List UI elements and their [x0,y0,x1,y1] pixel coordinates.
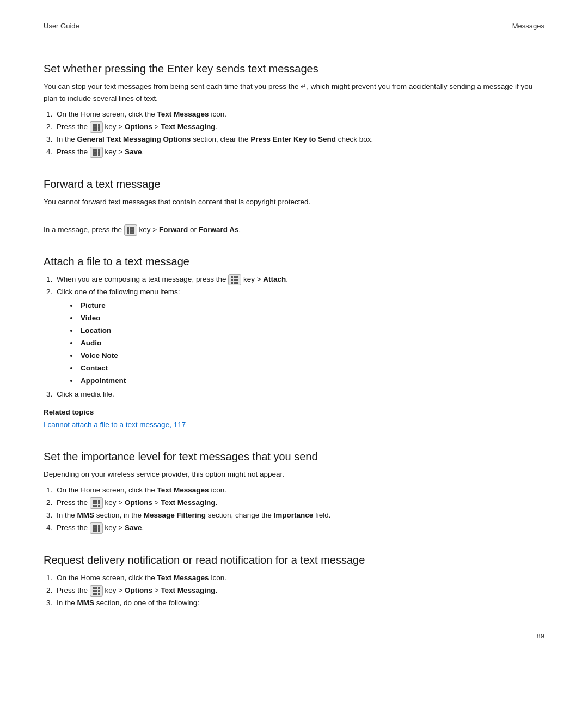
section-enter-key: Set whether pressing the Enter key sends… [44,63,544,159]
step-item: In the MMS section, do one of the follow… [54,597,544,610]
header-right: Messages [512,22,544,30]
section-importance: Set the importance level for text messag… [44,451,544,534]
step-item: In the MMS section, in the Message Filte… [54,509,544,522]
step-item: Click a media file. [54,388,544,401]
section-importance-title: Set the importance level for text messag… [44,451,544,463]
section-forward: Forward a text message You cannot forwar… [44,178,544,236]
step-item: On the Home screen, click the Text Messa… [54,572,544,585]
section-forward-instruction: In a message, press the key > Forward or… [44,224,544,236]
section-forward-title: Forward a text message [44,178,544,191]
menu-item-voice-note: Voice Note [78,350,544,362]
related-topics-label: Related topics [44,406,544,418]
step-item: When you are composing a text message, p… [54,273,544,286]
header-left: User Guide [44,22,79,30]
section-delivery-title: Request delivery notification or read no… [44,554,544,567]
section-enter-key-title: Set whether pressing the Enter key sends… [44,63,544,75]
step-item: Press the key > Save. [54,146,544,159]
section-attach-title: Attach a file to a text message [44,255,544,268]
menu-item-picture: Picture [78,300,544,312]
page-number: 89 [537,632,544,640]
related-link-attach[interactable]: I cannot attach a file to a text message… [44,421,186,429]
step-item: Click one of the following menu items: P… [54,286,544,387]
section-enter-key-intro: You can stop your text messages from bei… [44,81,544,104]
step-item: On the Home screen, click the Text Messa… [54,484,544,497]
section-attach: Attach a file to a text message When you… [44,255,544,431]
section-importance-intro: Depending on your wireless service provi… [44,468,544,480]
step-item: Press the key > Options > Text Messaging… [54,585,544,597]
section-delivery: Request delivery notification or read no… [44,554,544,610]
step-item: In the General Text Messaging Options se… [54,133,544,146]
step-item: Press the key > Save. [54,522,544,534]
section-forward-intro: You cannot forward text messages that co… [44,196,544,208]
step-item: On the Home screen, click the Text Messa… [54,108,544,121]
menu-item-contact: Contact [78,362,544,375]
step-item: Press the key > Options > Text Messaging… [54,121,544,133]
menu-item-appointment: Appointment [78,375,544,387]
menu-item-video: Video [78,312,544,325]
step-item: Press the key > Options > Text Messaging… [54,497,544,509]
menu-item-audio: Audio [78,337,544,350]
menu-item-location: Location [78,325,544,337]
